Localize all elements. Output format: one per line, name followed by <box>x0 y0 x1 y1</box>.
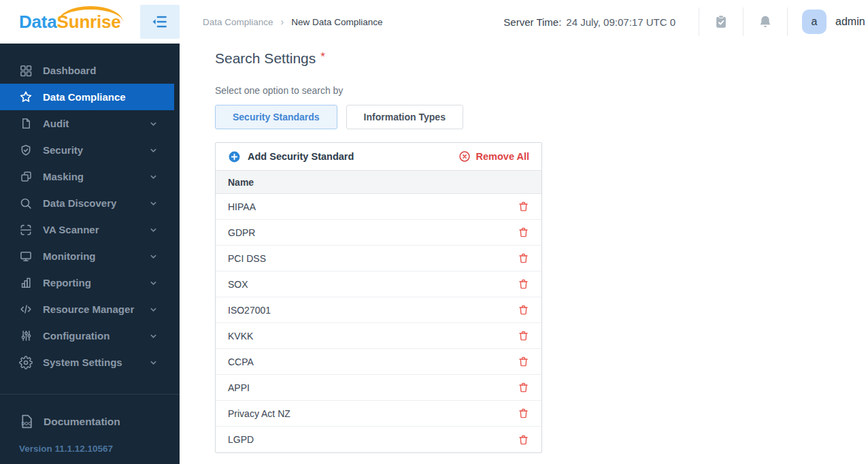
delete-row-button[interactable] <box>518 252 529 264</box>
bar-chart-icon <box>19 276 33 290</box>
sidebar-item-reporting[interactable]: Reporting <box>0 269 180 296</box>
x-circle-icon <box>458 150 471 163</box>
scanner-icon <box>19 223 33 237</box>
table-row: SOX <box>216 271 541 297</box>
star-icon <box>19 90 33 104</box>
sidebar-item-data-compliance[interactable]: Data Compliance <box>0 84 174 110</box>
delete-row-button[interactable] <box>518 408 529 419</box>
document-icon <box>19 117 33 131</box>
documentation-label: Documentation <box>44 416 120 428</box>
user-name: admin <box>835 16 865 28</box>
user-menu[interactable]: a admin <box>788 10 868 34</box>
sidebar-item-monitoring[interactable]: Monitoring <box>0 243 180 269</box>
sidebar-item-label: Audit <box>43 118 69 129</box>
server-time-label: Server Time: <box>503 16 561 28</box>
standard-name: APPI <box>228 382 250 393</box>
standard-name: ISO27001 <box>228 305 271 316</box>
standard-name: SOX <box>228 279 248 290</box>
notifications-button[interactable] <box>744 0 787 44</box>
logo-text-sunrise: Sunrise <box>57 12 121 33</box>
sidebar-item-dashboard[interactable]: Dashboard <box>0 57 180 84</box>
server-time: Server Time:24 July, 09:07:17 UTC 0 <box>503 16 675 28</box>
sidebar-item-audit[interactable]: Audit <box>0 110 180 137</box>
sidebar-item-label: Monitoring <box>43 250 95 262</box>
table-row: LGPD <box>216 427 541 452</box>
standard-name: KVKK <box>228 331 253 342</box>
sidebar-bottom: DOC Documentation Version 11.1.12.10567 <box>0 394 180 464</box>
documentation-link[interactable]: DOC Documentation <box>0 408 180 435</box>
delete-row-button[interactable] <box>518 330 529 342</box>
add-button-label: Add Security Standard <box>248 151 354 162</box>
breadcrumb-separator: › <box>281 16 284 27</box>
delete-row-button[interactable] <box>518 382 529 393</box>
sidebar-item-label: Reporting <box>43 277 91 288</box>
trash-icon <box>518 408 529 419</box>
trash-icon <box>518 252 529 264</box>
table-row: APPI <box>216 375 541 401</box>
delete-row-button[interactable] <box>518 201 529 212</box>
column-header-name: Name <box>228 177 254 188</box>
delete-row-button[interactable] <box>518 304 529 316</box>
table-row: CCPA <box>216 349 541 375</box>
standard-name: CCPA <box>228 357 254 367</box>
trash-icon <box>518 227 529 238</box>
delete-row-button[interactable] <box>518 227 529 238</box>
remove-all-button[interactable]: Remove All <box>458 150 529 163</box>
sidebar-item-label: Data Discovery <box>43 197 116 209</box>
trash-icon <box>518 356 529 367</box>
doc-file-icon: DOC <box>18 413 35 431</box>
code-icon <box>19 303 33 316</box>
header-logo-area: DataSunrise <box>0 0 180 44</box>
tasks-button[interactable] <box>699 0 743 44</box>
table-row: Privacy Act NZ <box>216 401 541 427</box>
bell-icon <box>758 14 773 29</box>
sidebar-item-label: VA Scanner <box>43 224 99 235</box>
gear-icon <box>19 356 33 369</box>
clipboard-check-icon <box>714 14 729 29</box>
standard-name: GDPR <box>228 227 255 238</box>
sidebar-item-security[interactable]: Security <box>0 137 180 163</box>
sidebar-nav: Dashboard Data Compliance Audit <box>0 44 180 394</box>
trash-icon <box>518 304 529 316</box>
header-actions: Server Time:24 July, 09:07:17 UTC 0 <box>503 0 868 44</box>
breadcrumb-current: New Data Compliance <box>291 17 382 27</box>
sidebar-item-masking[interactable]: Masking <box>0 163 180 190</box>
tab-information-types[interactable]: Information Types <box>346 105 463 129</box>
delete-row-button[interactable] <box>518 356 529 367</box>
sliders-icon <box>19 329 33 343</box>
doc-icon-text: DOC <box>21 421 31 426</box>
table-row: KVKK <box>216 323 541 349</box>
monitor-icon <box>19 250 33 263</box>
shield-check-icon <box>19 144 33 157</box>
chevron-down-icon <box>150 252 157 260</box>
page-title-text: Search Settings <box>215 50 316 66</box>
table-row: GDPR <box>216 220 541 246</box>
chevron-down-icon <box>150 359 157 366</box>
sidebar-item-configuration[interactable]: Configuration <box>0 322 180 349</box>
tab-security-standards[interactable]: Security Standards <box>215 105 337 129</box>
sidebar-item-va-scanner[interactable]: VA Scanner <box>0 216 180 243</box>
sidebar-item-label: Data Compliance <box>43 91 126 103</box>
delete-row-button[interactable] <box>518 278 529 290</box>
grid-icon <box>19 64 33 78</box>
panel-actions: Add Security Standard Remove All <box>216 143 541 170</box>
breadcrumb-parent-link[interactable]: Data Compliance <box>203 17 273 27</box>
standard-name: HIPAA <box>228 201 256 212</box>
main-content: Search Settings* Select one option to se… <box>180 44 868 464</box>
mask-icon <box>19 170 33 184</box>
datasunrise-logo[interactable]: DataSunrise <box>19 12 121 33</box>
sidebar-item-system-settings[interactable]: System Settings <box>0 349 180 376</box>
chevron-down-icon <box>150 199 157 207</box>
sidebar-item-label: Configuration <box>43 330 110 342</box>
collapse-sidebar-button[interactable] <box>140 5 180 39</box>
delete-row-button[interactable] <box>518 434 529 446</box>
sidebar-item-data-discovery[interactable]: Data Discovery <box>0 190 180 216</box>
server-time-value: 24 July, 09:07:17 UTC 0 <box>566 16 675 28</box>
add-security-standard-button[interactable]: Add Security Standard <box>228 150 354 163</box>
remove-all-label: Remove All <box>476 151 529 162</box>
sidebar-item-resource-manager[interactable]: Resource Manager <box>0 296 180 322</box>
required-marker: * <box>320 50 325 63</box>
trash-icon <box>518 201 529 212</box>
sidebar-item-label: System Settings <box>43 357 122 368</box>
sidebar-item-label: Dashboard <box>43 65 96 76</box>
